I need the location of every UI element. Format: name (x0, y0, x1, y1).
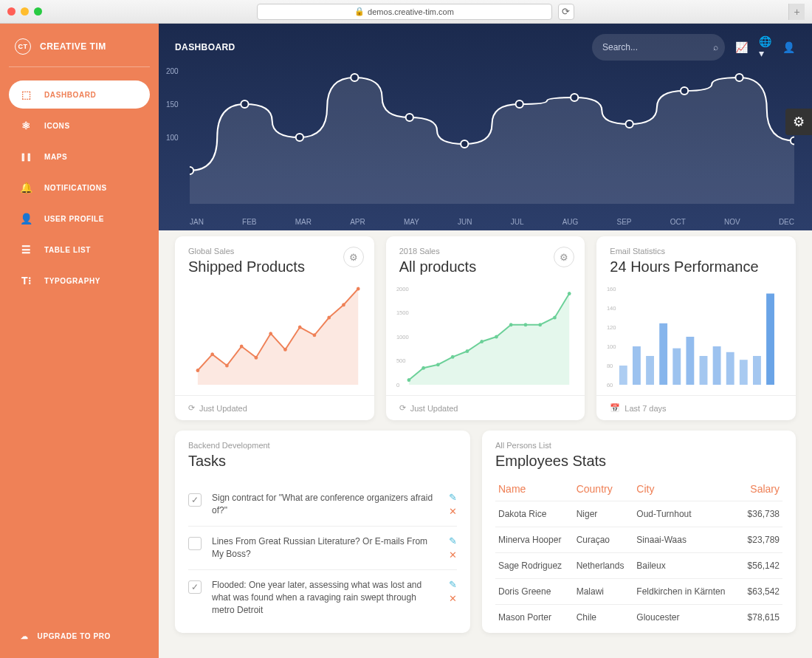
tasks-panel: Backend Development Tasks Sign contract … (175, 431, 470, 633)
search-icon[interactable]: ⌕ (713, 42, 718, 52)
svg-point-21 (327, 316, 331, 320)
x-tick: NOV (724, 218, 740, 226)
delete-icon[interactable]: ✕ (449, 506, 457, 517)
employees-subtitle: All Persons List (495, 441, 782, 450)
y-tick: 100 (166, 134, 179, 142)
nav-icon: ⬚ (21, 89, 32, 100)
delete-icon[interactable]: ✕ (449, 549, 457, 561)
table-cell: $36,738 (740, 501, 782, 527)
svg-point-2 (296, 134, 303, 141)
svg-text:80: 80 (607, 363, 613, 369)
svg-point-10 (735, 74, 743, 81)
x-tick: APR (350, 218, 365, 226)
edit-icon[interactable]: ✎ (449, 579, 457, 590)
table-cell: Malawi (574, 579, 634, 605)
url-field[interactable]: 🔒 demos.creative-tim.com (257, 4, 552, 20)
svg-rect-48 (633, 346, 641, 385)
svg-point-34 (480, 340, 484, 343)
sidebar-item-table-list[interactable]: ☰TABLE LIST (9, 236, 150, 264)
bottom-row: Backend Development Tasks Sign contract … (159, 431, 812, 649)
task-checkbox[interactable] (188, 537, 202, 550)
svg-point-4 (406, 114, 413, 121)
card-title: All products (399, 258, 572, 275)
sidebar: CT CREATIVE TIM ⬚DASHBOARD⚛ICONS⫿⫿MAPS🔔N… (0, 24, 159, 658)
svg-rect-53 (700, 356, 708, 385)
edit-icon[interactable]: ✎ (449, 492, 457, 503)
sidebar-nav: ⬚DASHBOARD⚛ICONS⫿⫿MAPS🔔NOTIFICATIONS👤USE… (9, 80, 150, 295)
delete-icon[interactable]: ✕ (449, 593, 457, 604)
refresh-icon: ⟳ (399, 403, 406, 413)
sidebar-item-user-profile[interactable]: 👤USER PROFILE (9, 205, 150, 233)
search-input[interactable] (602, 42, 713, 52)
task-text: Lines From Great Russian Literature? Or … (212, 535, 438, 561)
svg-text:0: 0 (396, 382, 400, 388)
task-checkbox[interactable] (188, 580, 202, 594)
close-window-icon[interactable] (7, 7, 16, 16)
window-controls[interactable] (7, 7, 42, 16)
minimize-window-icon[interactable] (21, 7, 29, 16)
task-row: Flooded: One year later, assessing what … (188, 569, 457, 625)
svg-text:140: 140 (607, 305, 616, 312)
card-gear-icon[interactable]: ⚙ (343, 247, 364, 267)
table-row: Minerva HooperCuraçaoSinaai-Waas$23,789 (495, 527, 782, 553)
activity-icon[interactable]: 📈 (735, 41, 749, 53)
task-actions: ✎ ✕ (449, 492, 457, 517)
table-cell: Mason Porter (495, 605, 574, 631)
table-cell: Gloucester (633, 605, 740, 631)
svg-point-12 (196, 369, 200, 372)
x-tick: JUL (511, 218, 524, 226)
svg-point-22 (342, 303, 345, 306)
globe-icon[interactable]: 🌐 ▾ (759, 35, 772, 59)
card-email_stats: Email Statistics 24 Hours Performance608… (596, 236, 796, 420)
x-tick: MAY (404, 218, 419, 226)
edit-icon[interactable]: ✎ (449, 535, 457, 546)
user-icon[interactable]: 👤 (782, 41, 796, 53)
svg-text:1000: 1000 (396, 334, 409, 340)
employees-table: NameCountryCitySalary Dakota RiceNigerOu… (495, 477, 782, 630)
sidebar-item-notifications[interactable]: 🔔NOTIFICATIONS (9, 174, 150, 202)
nav-icon: ⚛ (21, 120, 32, 131)
reload-button[interactable]: ⟳ (558, 4, 574, 20)
task-text: Sign contract for "What are conference o… (212, 492, 438, 517)
card-footer-text: Just Updated (410, 404, 458, 413)
employees-title: Employees Stats (495, 453, 782, 470)
browser-chrome: 🔒 demos.creative-tim.com ⟳ + (0, 0, 812, 24)
task-checkbox[interactable] (188, 493, 202, 507)
maximize-window-icon[interactable] (34, 7, 42, 16)
sidebar-item-icons[interactable]: ⚛ICONS (9, 112, 150, 140)
brand-badge: CT (15, 38, 31, 55)
svg-point-17 (269, 332, 272, 335)
table-row: Dakota RiceNigerOud-Turnhout$36,738 (495, 501, 782, 527)
table-cell: Dakota Rice (495, 501, 574, 527)
task-text: Flooded: One year later, assessing what … (212, 579, 438, 616)
search-field[interactable]: ⌕ (592, 34, 725, 61)
table-cell: Baileux (633, 553, 740, 579)
x-axis: JANFEBMARAPRMAYJUNJULAUGSEPOCTNOVDEC (190, 218, 794, 226)
topbar: DASHBOARD ⌕ 📈 🌐 ▾ 👤 (159, 24, 812, 71)
table-cell: Oud-Turnhout (633, 501, 740, 527)
table-cell: $56,142 (740, 553, 782, 579)
svg-point-7 (571, 94, 578, 101)
svg-rect-54 (713, 346, 721, 385)
svg-text:160: 160 (607, 286, 616, 292)
task-row: Lines From Great Russian Literature? Or … (188, 526, 457, 569)
svg-point-1 (241, 100, 248, 108)
page-title: DASHBOARD (175, 42, 235, 52)
sidebar-item-maps[interactable]: ⫿⫿MAPS (9, 143, 150, 171)
new-tab-button[interactable]: + (788, 4, 805, 20)
svg-point-19 (298, 326, 302, 329)
card-title: 24 Hours Performance (610, 258, 782, 275)
nav-icon: 🔔 (21, 182, 32, 193)
sidebar-item-typography[interactable]: T⁝TYPOGRAPHY (9, 267, 150, 295)
table-cell: Sinaai-Waas (633, 527, 740, 553)
svg-point-8 (626, 120, 633, 128)
sidebar-item-dashboard[interactable]: ⬚DASHBOARD (9, 80, 150, 109)
y-tick: 150 (166, 100, 179, 109)
svg-point-14 (225, 364, 229, 368)
task-row: Sign contract for "What are conference o… (188, 483, 457, 526)
svg-point-13 (210, 352, 214, 356)
big-chart: 100150200JANFEBMARAPRMAYJUNJULAUGSEPOCTN… (159, 71, 812, 226)
brand[interactable]: CT CREATIVE TIM (9, 34, 150, 67)
table-cell: Niger (574, 501, 634, 527)
upgrade-link[interactable]: ☁ UPGRADE TO PRO (9, 625, 150, 648)
